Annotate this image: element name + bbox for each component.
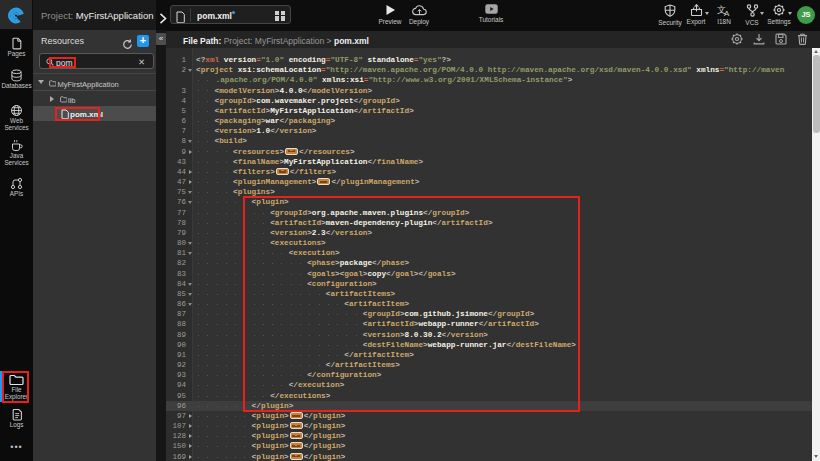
svg-text:A: A: [724, 9, 730, 17]
